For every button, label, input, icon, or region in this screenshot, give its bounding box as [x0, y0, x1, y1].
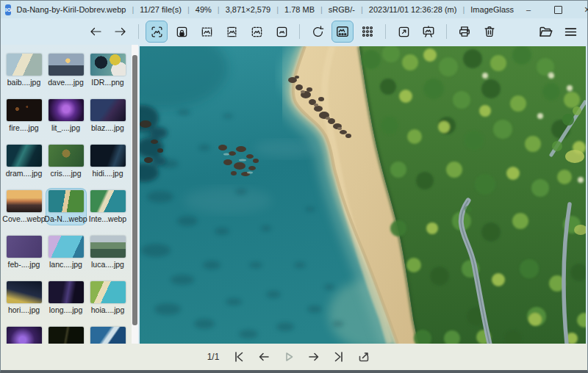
thumbnail-item[interactable]: dave....jpg — [46, 52, 86, 88]
thumbnail-image — [90, 145, 126, 167]
open-file-button[interactable] — [534, 21, 556, 43]
minimize-button[interactable]: – — [514, 1, 543, 18]
scale-to-fit-button[interactable] — [245, 21, 268, 43]
main-image-aerial-beach — [140, 46, 586, 344]
gallery-view-button[interactable] — [356, 21, 379, 43]
thumbnail-image — [49, 236, 84, 258]
thumbnail-item-selected[interactable]: Da-N...webp — [46, 189, 86, 225]
first-page-button[interactable] — [229, 347, 248, 366]
main-image-viewer[interactable] — [140, 46, 586, 344]
thumbnail-item[interactable]: fire....jpg — [4, 98, 44, 134]
thumbnail-filename: baib....jpg — [7, 78, 41, 87]
last-page-icon — [331, 350, 346, 364]
back-arrow-icon — [88, 24, 103, 39]
scale-to-width-button[interactable] — [196, 21, 218, 43]
thumbnail-item[interactable]: lit_....jpg — [46, 98, 86, 134]
close-button[interactable]: ✕ — [573, 1, 588, 18]
thumbnail-sidebar: baib....jpg dave....jpg IDR...png fire..… — [1, 45, 132, 344]
scale-to-fill-button[interactable] — [270, 21, 293, 43]
refresh-button[interactable] — [306, 21, 329, 43]
title-colorspace: sRGB/- — [329, 5, 355, 14]
refresh-icon — [311, 25, 325, 39]
slideshow-button[interactable] — [417, 21, 440, 43]
thumbnail-item[interactable]: IDR...png — [88, 52, 128, 88]
thumbnail-item[interactable]: hori....jpg — [4, 280, 44, 316]
scrollbar-thumb[interactable] — [132, 55, 137, 325]
scale-to-width-icon — [201, 26, 213, 38]
title-separator: | — [361, 5, 363, 14]
thumbnail-bar-button[interactable] — [331, 21, 354, 43]
thumbnail-image — [90, 99, 126, 121]
thumbnail-image — [7, 145, 42, 167]
thumbnail-item[interactable]: lanc....jpg — [46, 234, 86, 270]
thumbnail-item[interactable]: hidi....jpg — [88, 143, 128, 179]
page-navigation: 1/1 — [207, 347, 374, 366]
thumbnail-filename: IDR...png — [91, 78, 123, 87]
thumbnail-item[interactable]: blaz....jpg — [88, 98, 128, 134]
thumbnail-item[interactable]: dram....jpg — [4, 143, 44, 179]
title-dimensions: 3,871×2,579 — [226, 5, 270, 14]
thumbnail-filename: dave....jpg — [48, 78, 83, 87]
zoom-auto-button[interactable] — [146, 21, 168, 43]
thumbnail-image — [49, 190, 84, 212]
thumbnail-image — [90, 327, 126, 344]
zoom-lock-icon — [176, 26, 188, 38]
thumbnail-filename: blaz....jpg — [91, 123, 124, 132]
thumbnail-item[interactable] — [88, 325, 128, 344]
title-separator: | — [218, 5, 220, 14]
thumbnail-item[interactable]: feb-....jpg — [4, 234, 44, 270]
titlebar: IG Da-Nang-by-Kiril-Dobrev.webp | 11/27 … — [1, 1, 587, 18]
share-export-button[interactable] — [354, 347, 373, 366]
toolbar-right-group — [533, 21, 587, 43]
thumbnail-image — [90, 54, 126, 76]
thumbnail-item[interactable] — [4, 325, 44, 344]
scale-to-height-icon — [226, 26, 238, 38]
thumbnail-filename: feb-....jpg — [8, 260, 40, 269]
imageglass-logo-icon: IG — [5, 4, 11, 15]
main-menu-button[interactable] — [559, 21, 581, 43]
thumbnail-item[interactable]: luca....jpg — [88, 234, 128, 270]
sidebar-scrollbar[interactable] — [132, 45, 138, 344]
thumbnail-item[interactable]: hoia....jpg — [88, 280, 128, 316]
maximize-button[interactable] — [543, 1, 573, 18]
title-filesize: 1.78 MB — [284, 5, 315, 14]
open-folder-icon — [539, 25, 553, 39]
fullscreen-button[interactable] — [392, 21, 415, 43]
thumbnail-image — [90, 190, 126, 212]
thumbnail-filename: fire....jpg — [9, 123, 38, 132]
title-separator: | — [320, 5, 323, 14]
title-separator: | — [132, 5, 134, 14]
delete-button[interactable] — [478, 21, 501, 43]
next-image-button[interactable] — [304, 347, 323, 366]
scale-to-height-button[interactable] — [220, 21, 243, 43]
thumbnail-image — [90, 281, 126, 303]
last-page-button[interactable] — [329, 347, 348, 366]
thumbnail-item[interactable]: Cove...webp — [4, 189, 44, 225]
thumbnail-image — [7, 54, 42, 76]
window-controls: – ✕ — [514, 1, 588, 18]
thumbnail-image — [49, 281, 84, 303]
thumbnail-item[interactable]: long....jpg — [46, 280, 86, 316]
thumbnail-image — [7, 281, 42, 303]
toolbar-separator — [138, 24, 139, 39]
thumbnail-filename: hoia....jpg — [91, 305, 125, 314]
thumbnail-item[interactable]: baib....jpg — [4, 52, 44, 88]
thumbnail-filename: hidi....jpg — [92, 169, 123, 178]
previous-image-button[interactable] — [254, 347, 273, 366]
back-button[interactable] — [85, 21, 107, 43]
thumbnail-item[interactable] — [46, 325, 86, 344]
title-datetime: 2023/11/01 12:36:28 (m) — [369, 5, 457, 14]
zoom-lock-button[interactable] — [171, 21, 193, 43]
thumbnail-image — [7, 190, 42, 212]
thumbnail-image — [7, 327, 42, 344]
print-button[interactable] — [453, 21, 476, 43]
thumbnail-image — [49, 54, 84, 76]
play-slideshow-button[interactable] — [279, 347, 298, 366]
title-zoom-level: 49% — [196, 5, 212, 14]
thumbnail-image — [7, 236, 42, 258]
toolbar-separator — [385, 24, 386, 39]
thumbnail-item[interactable]: cris....jpg — [46, 143, 86, 179]
thumbnail-item[interactable]: Inte...webp — [88, 189, 128, 225]
print-icon — [458, 25, 471, 38]
forward-button[interactable] — [110, 21, 132, 43]
